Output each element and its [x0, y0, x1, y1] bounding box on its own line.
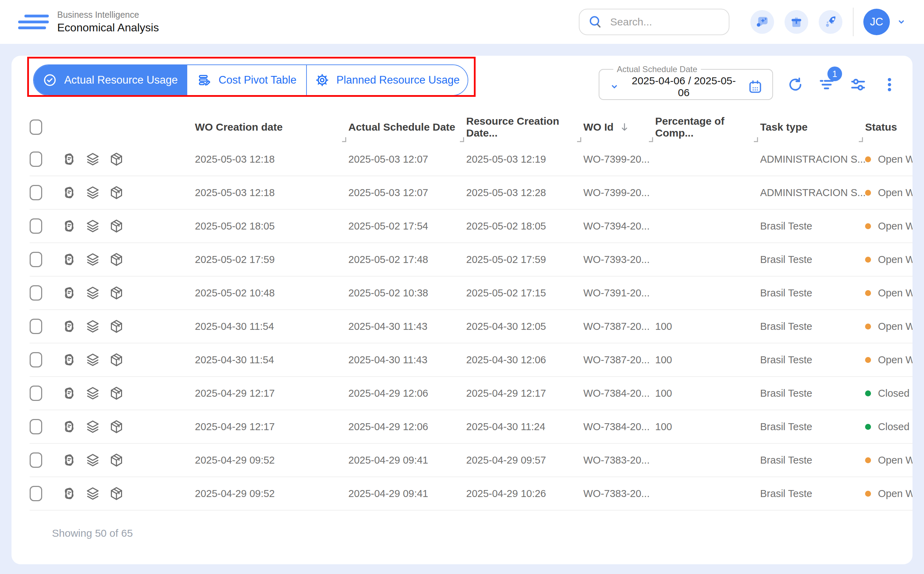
row-checkbox[interactable]: [30, 151, 42, 167]
tab-label: Planned Resource Usage: [337, 74, 460, 87]
receipt-icon[interactable]: [61, 251, 77, 268]
column-settings-button[interactable]: [849, 76, 867, 94]
row-checkbox[interactable]: [30, 185, 42, 200]
column-resize-handle[interactable]: [577, 137, 581, 142]
calendar-icon[interactable]: [747, 79, 763, 95]
row-checkbox[interactable]: [30, 252, 42, 267]
whats-new-button[interactable]: [819, 10, 842, 34]
column-header-wo-creation-date[interactable]: WO Creation date: [195, 112, 348, 143]
date-range-picker[interactable]: Actual Schedule Date 2025-04-06 / 2025-0…: [599, 65, 773, 100]
package-icon[interactable]: [108, 385, 125, 401]
receipt-icon[interactable]: [61, 452, 77, 468]
layers-icon[interactable]: [85, 419, 101, 435]
package-icon[interactable]: [108, 218, 125, 234]
receipt-icon[interactable]: [61, 385, 77, 401]
search-icon: [588, 14, 603, 30]
avatar[interactable]: JC: [863, 9, 890, 35]
wo-id-cell: WO-7391-20...: [583, 287, 655, 299]
receipt-icon[interactable]: [61, 218, 77, 234]
receipt-icon[interactable]: [61, 486, 77, 501]
layers-icon[interactable]: [85, 251, 101, 268]
gifts-button[interactable]: [785, 10, 808, 34]
layers-icon[interactable]: [85, 486, 101, 501]
receipt-icon[interactable]: [61, 151, 77, 167]
column-header-percentage[interactable]: Percentage of Comp...: [655, 112, 760, 143]
task-type-cell: ADMINISTRACION S...: [760, 187, 865, 199]
row-checkbox[interactable]: [30, 486, 42, 501]
row-checkbox[interactable]: [30, 419, 42, 434]
table-row: 2025-04-29 09:52 2025-04-29 09:41 2025-0…: [30, 477, 913, 511]
layers-icon[interactable]: [85, 151, 101, 167]
receipt-icon[interactable]: [61, 285, 77, 301]
column-resize-handle[interactable]: [754, 137, 758, 142]
hamburger-menu-icon[interactable]: [18, 13, 49, 31]
column-resize-handle[interactable]: [649, 137, 653, 142]
tab-planned-resource-usage[interactable]: Planned Resource Usage: [306, 65, 468, 95]
layers-icon[interactable]: [85, 218, 101, 234]
column-header-status[interactable]: Status: [865, 112, 913, 143]
package-icon[interactable]: [108, 452, 125, 468]
task-type-cell: Brasil Teste: [760, 321, 865, 332]
receipt-icon[interactable]: [61, 352, 77, 368]
column-resize-handle[interactable]: [460, 137, 464, 142]
row-checkbox[interactable]: [30, 319, 42, 334]
row-checkbox[interactable]: [30, 218, 42, 234]
table-row: 2025-04-29 12:17 2025-04-29 12:06 2025-0…: [30, 410, 913, 444]
actual-schedule-date-cell: 2025-05-03 12:07: [348, 154, 466, 165]
resource-creation-date-cell: 2025-04-30 12:05: [466, 321, 583, 332]
column-header-resource-creation-date[interactable]: Resource Creation Date...: [466, 112, 583, 143]
column-resize-handle[interactable]: [342, 137, 346, 142]
package-icon[interactable]: [108, 486, 125, 501]
package-icon[interactable]: [108, 319, 125, 334]
layers-icon[interactable]: [85, 385, 101, 401]
layers-icon[interactable]: [85, 285, 101, 301]
layers-icon[interactable]: [85, 319, 101, 334]
layers-icon[interactable]: [85, 184, 101, 200]
receipt-icon[interactable]: [61, 184, 77, 200]
actual-schedule-date-cell: 2025-05-02 17:54: [348, 221, 466, 232]
resource-creation-date-cell: 2025-05-03 12:28: [466, 187, 583, 199]
task-type-cell: Brasil Teste: [760, 421, 865, 433]
ai-chat-button[interactable]: [750, 10, 774, 34]
receipt-icon[interactable]: [61, 319, 77, 334]
wo-id-cell: WO-7399-20...: [583, 187, 655, 199]
status-cell: Open W: [865, 287, 913, 299]
tab-actual-resource-usage[interactable]: Actual Resource Usage: [34, 65, 187, 95]
sort-descending-arrow-icon[interactable]: [619, 121, 630, 133]
package-icon[interactable]: [108, 285, 125, 301]
package-icon[interactable]: [108, 251, 125, 268]
package-icon[interactable]: [108, 151, 125, 167]
select-all-checkbox[interactable]: [30, 120, 42, 135]
receipt-icon[interactable]: [61, 419, 77, 435]
chevron-down-icon[interactable]: [608, 81, 620, 93]
filter-button[interactable]: 1: [818, 76, 836, 94]
wo-id-cell: WO-7383-20...: [583, 488, 655, 500]
column-header-actual-schedule-date[interactable]: Actual Schedule Date: [348, 112, 466, 143]
row-checkbox[interactable]: [30, 386, 42, 401]
more-options-button[interactable]: [880, 76, 899, 94]
tab-cost-pivot-table[interactable]: Cost Pivot Table: [187, 65, 306, 95]
wo-creation-date-cell: 2025-04-29 12:17: [195, 421, 348, 433]
row-checkbox[interactable]: [30, 453, 42, 468]
layers-icon[interactable]: [85, 452, 101, 468]
column-resize-handle[interactable]: [859, 137, 863, 142]
task-type-cell: Brasil Teste: [760, 287, 865, 299]
search-box[interactable]: [579, 9, 729, 35]
column-header-task-type[interactable]: Task type: [760, 112, 865, 143]
table-row: 2025-04-29 09:52 2025-04-29 09:41 2025-0…: [30, 444, 913, 477]
actual-schedule-date-cell: 2025-04-29 12:06: [348, 388, 466, 399]
package-icon[interactable]: [108, 352, 125, 368]
row-checkbox[interactable]: [30, 285, 42, 301]
wo-creation-date-cell: 2025-05-02 17:59: [195, 254, 348, 265]
row-checkbox[interactable]: [30, 352, 42, 367]
avatar-chevron-down-icon[interactable]: [896, 16, 907, 28]
actual-schedule-date-cell: 2025-04-30 11:43: [348, 321, 466, 332]
package-icon[interactable]: [108, 184, 125, 200]
search-input[interactable]: [610, 16, 720, 28]
status-label: Open W: [878, 454, 913, 466]
table-row: 2025-05-02 17:59 2025-05-02 17:48 2025-0…: [30, 243, 913, 276]
column-header-wo-id[interactable]: WO Id: [583, 112, 655, 143]
layers-icon[interactable]: [85, 352, 101, 368]
package-icon[interactable]: [108, 419, 125, 435]
refresh-button[interactable]: [786, 76, 804, 94]
